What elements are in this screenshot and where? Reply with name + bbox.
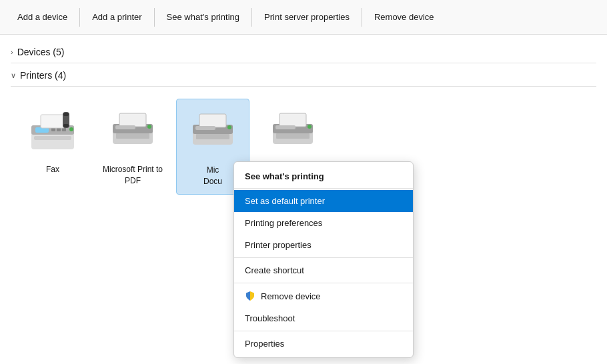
printer4-icon [266,105,320,159]
ctx-set-default-label: Set as default printer [245,196,325,206]
svg-rect-15 [116,133,149,139]
printers-divider [11,86,596,87]
svg-point-16 [147,125,151,129]
svg-rect-20 [199,114,226,127]
svg-point-11 [69,127,73,131]
svg-point-28 [308,125,312,129]
printers-chevron-icon: ∨ [11,71,16,80]
svg-point-22 [227,125,231,129]
fax-label: Fax [46,164,59,175]
ctx-divider-2 [234,257,413,258]
ctx-printing-prefs-label: Printing preferences [245,218,322,228]
toolbar: Add a device Add a printer See what's pr… [0,0,607,35]
ctx-troubleshoot-label: Troubleshoot [245,313,295,323]
ctx-create-shortcut-label: Create shortcut [245,265,304,275]
devices-chevron-icon: › [11,48,13,56]
svg-rect-21 [196,134,229,139]
svg-rect-2 [34,136,71,140]
ctx-printing-prefs[interactable]: Printing preferences [234,212,413,234]
print-server-button[interactable]: Print server properties [252,7,362,27]
ctx-printer-props[interactable]: Printer properties [234,234,413,256]
devices-section-header[interactable]: › Devices (5) [11,41,596,61]
ctx-remove-device[interactable]: Remove device [234,285,413,307]
svg-rect-14 [119,113,146,127]
svg-rect-29 [275,125,295,129]
svg-rect-7 [41,115,65,128]
shield-icon [245,291,255,301]
svg-rect-9 [63,113,69,116]
ctx-printer-props-label: Printer properties [245,240,312,250]
xps-printer-label: Mic Docu [203,165,222,187]
ctx-troubleshoot[interactable]: Troubleshoot [234,307,413,329]
see-printing-button[interactable]: See what's printing [155,7,251,27]
svg-rect-26 [279,113,306,127]
add-printer-button[interactable]: Add a printer [80,7,153,27]
devices-divider [11,63,596,63]
xps-printer-icon [186,106,239,159]
ctx-divider-1 [234,188,413,189]
ctx-divider-4 [234,331,413,331]
devices-label: Devices (5) [17,47,65,57]
context-menu: See what's printing Set as default print… [233,161,414,358]
ctx-properties[interactable]: Properties [234,333,413,355]
svg-rect-23 [195,126,215,130]
content-area: › Devices (5) ∨ Printers (4) [0,35,607,364]
printer-item-pdf[interactable]: Microsoft Print to PDF [96,99,169,195]
printer-item-fax[interactable]: Fax [16,99,89,195]
ctx-create-shortcut[interactable]: Create shortcut [234,259,413,281]
context-menu-header: See what's printing [234,165,413,187]
printers-label: Printers (4) [20,70,66,81]
svg-rect-17 [115,125,135,129]
pdf-printer-label: Microsoft Print to PDF [103,164,163,187]
svg-rect-10 [63,124,69,127]
fax-icon [26,105,79,159]
ctx-remove-device-label: Remove device [261,291,321,301]
ctx-properties-label: Properties [245,339,284,349]
svg-rect-27 [276,133,310,139]
pdf-printer-icon [106,105,159,159]
add-device-button[interactable]: Add a device [5,7,79,27]
ctx-set-default[interactable]: Set as default printer [234,190,413,212]
ctx-divider-3 [234,283,413,283]
remove-device-button[interactable]: Remove device [362,7,446,27]
printers-section-header[interactable]: ∨ Printers (4) [11,65,596,85]
